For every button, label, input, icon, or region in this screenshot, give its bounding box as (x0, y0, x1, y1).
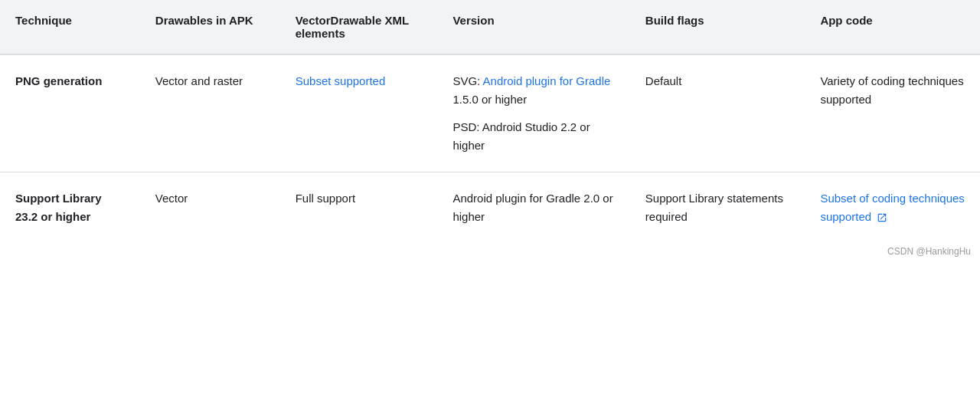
row2-buildflags: Support Library statements required (630, 172, 805, 244)
row1-appcode: Variety of coding techniques supported (805, 54, 980, 172)
row1-version-svg: SVG: Android plugin for Gradle 1.5.0 or … (452, 72, 614, 109)
row1-version-psd: PSD: Android Studio 2.2 or higher (452, 118, 614, 155)
table-row: PNG generation Vector and raster Subset … (0, 54, 980, 172)
header-drawables: Drawables in APK (140, 0, 280, 54)
row2-technique: Support Library 23.2 or higher (0, 172, 140, 244)
row1-version: SVG: Android plugin for Gradle 1.5.0 or … (437, 54, 629, 172)
header-appcode: App code (805, 0, 980, 54)
header-vectorxml: VectorDrawable XML elements (280, 0, 438, 54)
table-header-row: Technique Drawables in APK VectorDrawabl… (0, 0, 980, 54)
row2-vectorxml: Full support (280, 172, 438, 244)
row1-technique: PNG generation (0, 54, 140, 172)
row2-version: Android plugin for Gradle 2.0 or higher (437, 172, 629, 244)
subset-supported-link[interactable]: Subset supported (296, 74, 386, 87)
row1-vectorxml: Subset supported (280, 54, 438, 172)
row1-version-svg-prefix: SVG: (452, 74, 482, 87)
table-container: Technique Drawables in APK VectorDrawabl… (0, 0, 980, 260)
row1-drawables: Vector and raster (140, 54, 280, 172)
android-plugin-gradle-link[interactable]: Android plugin for Gradle (483, 74, 611, 87)
subset-coding-link[interactable]: Subset of coding techniques supported (820, 192, 964, 223)
row2-appcode: Subset of coding techniques supported (805, 172, 980, 244)
header-buildflags: Build flags (630, 0, 805, 54)
external-link-icon (877, 212, 887, 223)
watermark: CSDN @HankingHu (0, 243, 980, 260)
row1-version-psd-text: PSD: Android Studio 2.2 or higher (452, 120, 590, 152)
comparison-table: Technique Drawables in APK VectorDrawabl… (0, 0, 980, 243)
row1-buildflags: Default (630, 54, 805, 172)
table-row: Support Library 23.2 or higher Vector Fu… (0, 172, 980, 244)
header-version: Version (437, 0, 629, 54)
row1-version-svg-suffix: 1.5.0 or higher (452, 93, 527, 106)
row2-drawables: Vector (140, 172, 280, 244)
header-technique: Technique (0, 0, 140, 54)
